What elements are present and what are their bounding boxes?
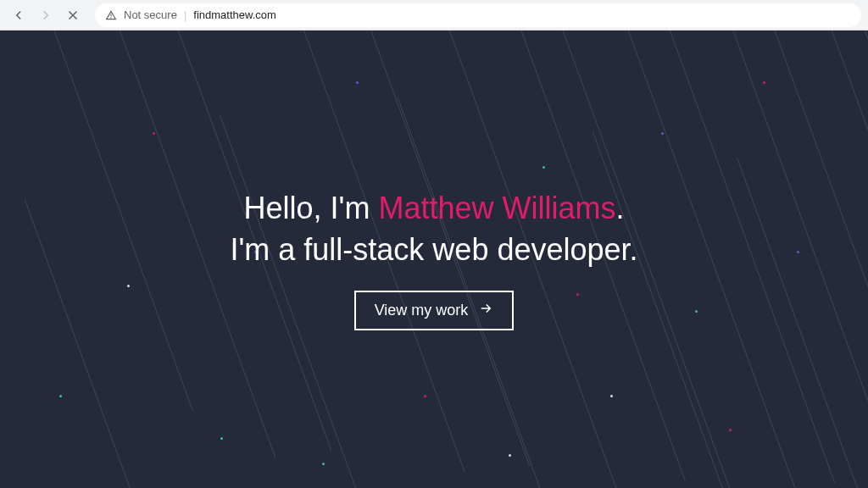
hero-text: Hello, I'm Matthew Williams. I'm a full-…	[230, 188, 637, 330]
address-separator: |	[184, 8, 186, 21]
browser-toolbar: Not secure | findmatthew.com	[0, 0, 868, 30]
back-button[interactable]	[7, 3, 31, 27]
hero-section: Hello, I'm Matthew Williams. I'm a full-…	[0, 30, 868, 488]
greeting-prefix: Hello, I'm	[244, 191, 379, 225]
url-text: findmatthew.com	[193, 8, 276, 21]
arrow-right-icon	[478, 301, 493, 320]
cta-label: View my work	[375, 302, 469, 319]
view-work-button[interactable]: View my work	[354, 291, 515, 330]
stop-button[interactable]	[61, 3, 85, 27]
forward-button[interactable]	[34, 3, 58, 27]
greeting-suffix: .	[615, 191, 624, 225]
address-bar[interactable]: Not secure | findmatthew.com	[95, 3, 861, 27]
hero-name: Matthew Williams	[378, 191, 615, 225]
security-label: Not secure	[124, 8, 177, 21]
not-secure-icon	[105, 9, 117, 21]
hero-greeting: Hello, I'm Matthew Williams.	[230, 188, 637, 230]
hero-tagline: I'm a full-stack web developer.	[230, 230, 637, 271]
